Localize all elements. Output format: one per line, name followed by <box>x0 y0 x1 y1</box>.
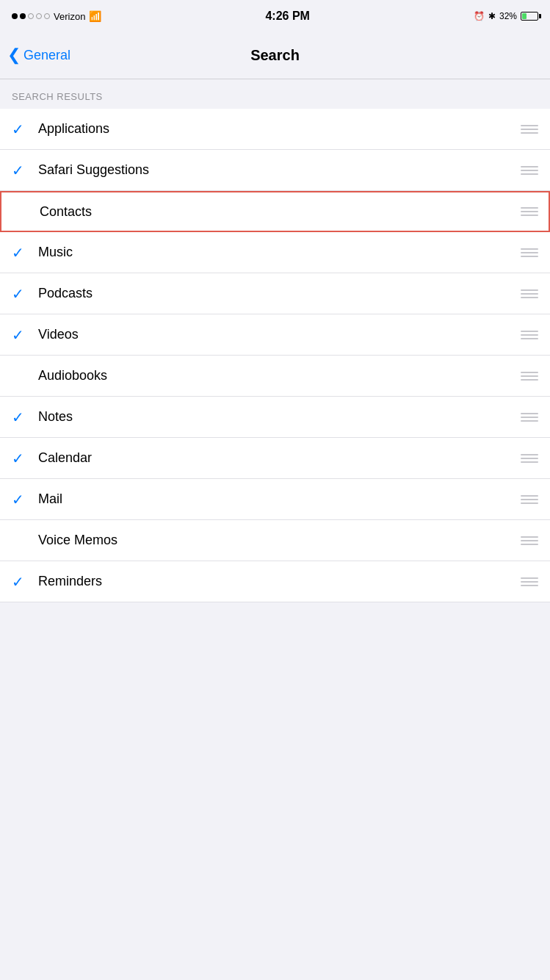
drag-line-2 <box>521 338 538 339</box>
drag-line-1 <box>521 499 538 500</box>
checkmark-videos: ✓ <box>12 326 38 344</box>
back-chevron-icon: ❮ <box>7 47 21 63</box>
item-label-applications: Applications <box>38 121 538 137</box>
drag-line-0 <box>521 207 538 209</box>
drag-line-1 <box>521 293 538 295</box>
list-item-audiobooks[interactable]: Audiobooks <box>0 356 550 397</box>
drag-handle-music[interactable] <box>521 248 538 257</box>
drag-line-0 <box>521 536 538 538</box>
signal-dots <box>12 13 50 19</box>
item-label-safari-suggestions: Safari Suggestions <box>38 162 538 178</box>
item-label-contacts: Contacts <box>40 204 537 220</box>
drag-handle-audiobooks[interactable] <box>521 372 538 381</box>
drag-handle-voice-memos[interactable] <box>521 536 538 545</box>
drag-line-2 <box>521 379 538 381</box>
drag-line-1 <box>521 334 538 336</box>
status-bar: Verizon 📶 4:26 PM ⏰ ✱ 32% <box>0 0 550 32</box>
alarm-icon: ⏰ <box>474 11 485 21</box>
item-label-podcasts: Podcasts <box>38 286 538 301</box>
drag-line-0 <box>521 248 538 250</box>
drag-line-1 <box>521 211 538 212</box>
nav-bar: ❮ General Search <box>0 32 550 79</box>
item-label-notes: Notes <box>38 409 538 425</box>
drag-line-0 <box>521 454 538 455</box>
battery-container <box>521 12 538 21</box>
carrier-label: Verizon <box>54 11 85 22</box>
checkmark-reminders: ✓ <box>12 573 38 591</box>
drag-line-0 <box>521 166 538 167</box>
signal-dot-2 <box>20 13 26 19</box>
drag-handle-mail[interactable] <box>521 495 538 504</box>
drag-handle-safari-suggestions[interactable] <box>521 166 538 175</box>
back-label: General <box>23 48 70 63</box>
drag-line-1 <box>521 417 538 418</box>
search-results-list: ✓Applications✓Safari SuggestionsContacts… <box>0 109 550 602</box>
item-label-music: Music <box>38 245 538 260</box>
drag-line-2 <box>521 215 538 216</box>
drag-line-1 <box>521 458 538 459</box>
status-left: Verizon 📶 <box>12 10 101 22</box>
list-item-podcasts[interactable]: ✓Podcasts <box>0 273 550 314</box>
checkmark-notes: ✓ <box>12 408 38 426</box>
status-right: ⏰ ✱ 32% <box>474 11 538 21</box>
drag-line-2 <box>521 544 538 545</box>
bluetooth-icon: ✱ <box>488 11 496 21</box>
drag-line-1 <box>521 540 538 541</box>
list-item-calendar[interactable]: ✓Calendar <box>0 438 550 479</box>
item-label-videos: Videos <box>38 327 538 342</box>
drag-line-2 <box>521 461 538 463</box>
checkmark-calendar: ✓ <box>12 450 38 467</box>
checkmark-applications: ✓ <box>12 120 38 138</box>
drag-line-2 <box>521 297 538 298</box>
checkmark-mail: ✓ <box>12 491 38 508</box>
drag-line-0 <box>521 125 538 126</box>
signal-dot-5 <box>44 13 50 19</box>
drag-handle-applications[interactable] <box>521 125 538 134</box>
drag-line-1 <box>521 581 538 583</box>
list-item-mail[interactable]: ✓Mail <box>0 479 550 520</box>
drag-line-1 <box>521 252 538 253</box>
item-label-mail: Mail <box>38 491 538 507</box>
drag-handle-podcasts[interactable] <box>521 289 538 298</box>
drag-handle-notes[interactable] <box>521 413 538 422</box>
drag-line-2 <box>521 585 538 586</box>
status-time: 4:26 PM <box>265 10 309 23</box>
drag-line-0 <box>521 289 538 291</box>
drag-line-0 <box>521 413 538 414</box>
list-item-reminders[interactable]: ✓Reminders <box>0 561 550 602</box>
list-item-videos[interactable]: ✓Videos <box>0 314 550 356</box>
page-title: Search <box>250 47 300 64</box>
item-label-reminders: Reminders <box>38 574 538 589</box>
drag-line-2 <box>521 502 538 504</box>
checkmark-safari-suggestions: ✓ <box>12 162 38 179</box>
section-header-text: SEARCH RESULTS <box>12 91 103 102</box>
drag-handle-reminders[interactable] <box>521 577 538 586</box>
drag-line-1 <box>521 129 538 130</box>
drag-line-2 <box>521 132 538 134</box>
drag-line-0 <box>521 372 538 373</box>
battery-fill <box>522 13 527 19</box>
item-label-voice-memos: Voice Memos <box>38 533 538 548</box>
battery-percent: 32% <box>499 11 517 21</box>
list-item-contacts[interactable]: Contacts <box>0 191 550 232</box>
drag-line-2 <box>521 420 538 422</box>
list-item-notes[interactable]: ✓Notes <box>0 397 550 438</box>
drag-line-1 <box>521 375 538 377</box>
list-item-voice-memos[interactable]: Voice Memos <box>0 520 550 561</box>
list-item-applications[interactable]: ✓Applications <box>0 109 550 150</box>
back-button[interactable]: ❮ General <box>7 48 70 63</box>
drag-line-0 <box>521 495 538 497</box>
item-label-audiobooks: Audiobooks <box>38 368 538 383</box>
drag-handle-calendar[interactable] <box>521 454 538 463</box>
battery-icon <box>521 12 538 21</box>
item-label-calendar: Calendar <box>38 450 538 466</box>
list-item-music[interactable]: ✓Music <box>0 232 550 273</box>
drag-line-2 <box>521 256 538 257</box>
drag-handle-videos[interactable] <box>521 331 538 339</box>
checkmark-podcasts: ✓ <box>12 285 38 303</box>
drag-line-0 <box>521 331 538 332</box>
list-item-safari-suggestions[interactable]: ✓Safari Suggestions <box>0 150 550 191</box>
drag-handle-contacts[interactable] <box>521 207 538 216</box>
wifi-icon: 📶 <box>89 10 101 22</box>
drag-line-1 <box>521 170 538 171</box>
